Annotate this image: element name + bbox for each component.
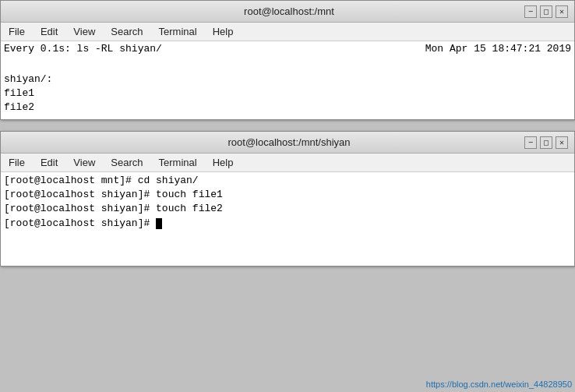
menu-view-2[interactable]: View — [69, 155, 100, 170]
menu-help-1[interactable]: Help — [208, 24, 238, 39]
menu-terminal-1[interactable]: Terminal — [154, 24, 202, 39]
output-line-4: file2 — [4, 101, 34, 113]
watch-timestamp: Mon Apr 15 18:47:21 2019 — [425, 41, 571, 57]
output-line-2: shiyan/: — [4, 73, 52, 85]
title-bar-1: root@localhost:/mnt − □ ✕ — [1, 1, 574, 23]
watermark-link: https://blog.csdn.net/weixin_44828950 — [426, 380, 572, 389]
cmd-line-4: [root@localhost shiyan]# — [4, 217, 156, 229]
cmd-line-2: [root@localhost shiyan]# touch file1 — [4, 189, 223, 200]
minimize-button-1[interactable]: − — [524, 5, 537, 18]
menu-search-1[interactable]: Search — [106, 24, 147, 39]
menu-bar-1: File Edit View Search Terminal Help — [1, 23, 574, 41]
menu-edit-2[interactable]: Edit — [36, 155, 62, 170]
maximize-button-2[interactable]: □ — [540, 136, 552, 149]
terminal-cursor — [156, 218, 162, 229]
close-button-2[interactable]: ✕ — [556, 136, 568, 149]
terminal-output-2[interactable]: [root@localhost mnt]# cd shiyan/ [root@l… — [1, 172, 574, 266]
terminal-output-1[interactable]: shiyan/: file1 file2 — [1, 57, 574, 119]
minimize-button-2[interactable]: − — [524, 136, 537, 149]
terminal-window-1: root@localhost:/mnt − □ ✕ File Edit View… — [0, 0, 575, 120]
menu-view-1[interactable]: View — [69, 24, 100, 39]
menu-edit-1[interactable]: Edit — [36, 24, 62, 39]
menu-file-1[interactable]: File — [4, 24, 30, 39]
window-buttons-2: − □ ✕ — [524, 136, 568, 149]
menu-file-2[interactable]: File — [4, 155, 30, 170]
maximize-button-1[interactable]: □ — [540, 5, 552, 18]
menu-search-2[interactable]: Search — [106, 155, 147, 170]
cmd-line-3: [root@localhost shiyan]# touch file2 — [4, 203, 223, 214]
menu-bar-2: File Edit View Search Terminal Help — [1, 154, 574, 172]
window-title-2: root@localhost:/mnt/shiyan — [54, 136, 524, 148]
window-buttons-1: − □ ✕ — [524, 5, 568, 18]
window-title-1: root@localhost:/mnt — [54, 5, 524, 17]
cmd-line-1: [root@localhost mnt]# cd shiyan/ — [4, 175, 199, 186]
title-bar-2: root@localhost:/mnt/shiyan − □ ✕ — [1, 132, 574, 154]
menu-terminal-2[interactable]: Terminal — [154, 155, 202, 170]
watch-status-line: Every 0.1s: ls -RL shiyan/ Mon Apr 15 18… — [1, 41, 574, 57]
terminal-window-2: root@localhost:/mnt/shiyan − □ ✕ File Ed… — [0, 131, 575, 267]
menu-help-2[interactable]: Help — [208, 155, 238, 170]
close-button-1[interactable]: ✕ — [556, 5, 568, 18]
watch-command: Every 0.1s: ls -RL shiyan/ — [4, 41, 162, 57]
output-line-3: file1 — [4, 87, 34, 99]
